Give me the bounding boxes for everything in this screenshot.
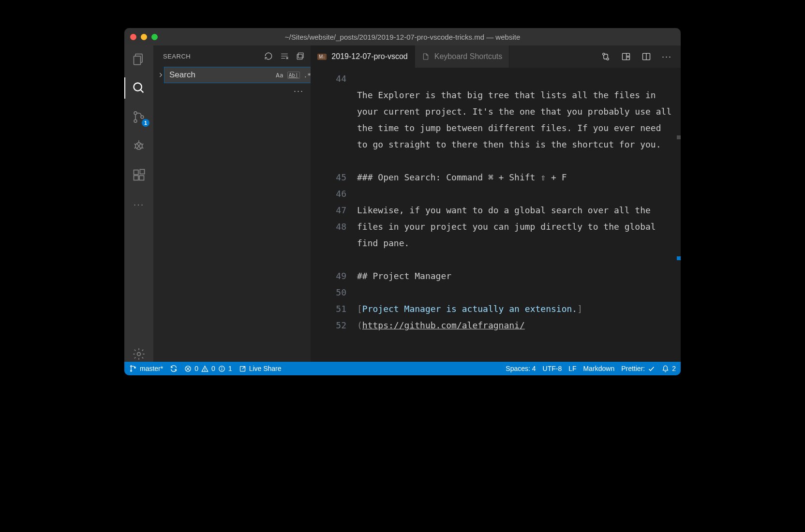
git-branch-status[interactable]: master*	[129, 365, 163, 372]
sync-status[interactable]	[170, 365, 178, 372]
svg-point-31	[627, 56, 628, 57]
text-editor[interactable]: 44 45 46 47 48 49 50 51 52 The Explorer …	[311, 68, 681, 362]
encoding-status[interactable]: UTF-8	[543, 365, 562, 372]
eol-status[interactable]: LF	[568, 365, 576, 372]
new-editor-icon[interactable]	[296, 52, 305, 60]
line-number: 46	[311, 186, 346, 202]
minimap-scrollbar[interactable]	[674, 68, 681, 362]
compare-changes-icon[interactable]	[601, 52, 611, 61]
tab-label: 2019-12-07-pro-vscod	[331, 52, 407, 61]
source-control-icon[interactable]: 1	[131, 109, 147, 125]
svg-point-35	[131, 370, 132, 371]
refresh-icon[interactable]	[264, 52, 273, 60]
maximize-window-button[interactable]	[151, 34, 158, 40]
line-number: 45	[311, 169, 346, 186]
svg-point-6	[141, 116, 144, 118]
line-number: 48	[311, 219, 346, 235]
more-actions-icon[interactable]: ···	[662, 52, 672, 62]
minimize-window-button[interactable]	[141, 34, 147, 40]
sidebar-title: SEARCH	[163, 53, 257, 60]
clear-icon[interactable]	[280, 52, 289, 60]
close-window-button[interactable]	[130, 34, 136, 40]
svg-point-19	[137, 353, 141, 356]
svg-rect-25	[298, 53, 304, 58]
prettier-status[interactable]: Prettier:	[621, 365, 655, 372]
code-line: The Explorer is that big tree that lists…	[357, 90, 677, 149]
svg-point-34	[131, 366, 132, 367]
svg-rect-26	[297, 54, 302, 59]
tab-bar: M↓ 2019-12-07-pro-vscod Keyboard Shortcu…	[311, 45, 681, 68]
svg-point-28	[607, 58, 609, 60]
svg-rect-17	[139, 176, 144, 180]
svg-point-44	[222, 367, 222, 368]
code-line: ## Project Manager	[357, 271, 451, 281]
match-word-icon[interactable]: Ab|	[287, 72, 300, 79]
svg-point-2	[134, 83, 142, 91]
language-mode-status[interactable]: Markdown	[583, 365, 615, 372]
search-icon[interactable]	[131, 80, 147, 96]
line-number: 51	[311, 301, 346, 317]
debug-icon[interactable]	[131, 138, 147, 154]
live-share-status[interactable]: Live Share	[239, 365, 282, 372]
notifications-status[interactable]: 2	[662, 365, 676, 372]
code-line: Likewise, if you want to do a global sea…	[357, 205, 661, 248]
tab-label: Keyboard Shortcuts	[434, 52, 503, 61]
code-line: [Project Manager is actually an extensio…	[357, 304, 582, 330]
file-icon	[422, 53, 430, 60]
line-number: 44	[311, 71, 346, 87]
markdown-file-icon: M↓	[317, 54, 327, 60]
search-sidebar: SEARCH	[153, 45, 311, 362]
window-controls	[130, 34, 158, 40]
line-number: 49	[311, 268, 346, 284]
window-title: ~/Sites/website/_posts/2019/2019-12-07-p…	[124, 33, 681, 41]
line-gutter: 44 45 46 47 48 49 50 51 52	[311, 68, 354, 362]
toggle-search-details-icon[interactable]: ···	[153, 83, 311, 96]
svg-point-27	[603, 53, 605, 55]
tab-keyboard-shortcuts[interactable]: Keyboard Shortcuts	[415, 45, 510, 68]
problems-status[interactable]: 0 0 1	[184, 365, 232, 372]
svg-point-4	[134, 112, 137, 115]
extensions-icon[interactable]	[131, 167, 147, 183]
svg-rect-15	[134, 170, 138, 175]
svg-point-41	[205, 370, 205, 370]
open-preview-icon[interactable]	[621, 52, 631, 61]
chevron-right-icon[interactable]	[157, 72, 164, 78]
svg-rect-16	[134, 176, 138, 180]
svg-rect-18	[140, 169, 144, 174]
svg-line-3	[141, 90, 144, 93]
search-input[interactable]	[169, 70, 272, 80]
indentation-status[interactable]: Spaces: 4	[506, 365, 536, 372]
editor-actions: ···	[592, 45, 681, 68]
match-case-icon[interactable]: Aa	[276, 72, 283, 79]
search-input-box: Aa Ab| .*	[164, 67, 314, 83]
regex-icon[interactable]: .*	[304, 72, 312, 79]
line-number: 47	[311, 202, 346, 219]
activity-bar: 1 ···	[124, 45, 153, 362]
settings-gear-icon[interactable]	[131, 346, 147, 362]
vscode-window: ~/Sites/website/_posts/2019/2019-12-07-p…	[124, 28, 681, 375]
explorer-icon[interactable]	[131, 51, 147, 67]
status-bar: master* 0 0 1 Live Share Spaces: 4 UTF-8…	[124, 362, 681, 375]
svg-line-46	[242, 366, 245, 369]
split-editor-icon[interactable]	[641, 52, 651, 61]
svg-point-5	[134, 119, 137, 122]
code-content[interactable]: The Explorer is that big tree that lists…	[354, 68, 681, 362]
titlebar: ~/Sites/website/_posts/2019/2019-12-07-p…	[124, 28, 681, 45]
code-line: ### Open Search: Command ⌘ + Shift ⇧ + F	[357, 172, 566, 182]
line-number: 52	[311, 317, 346, 334]
editor-group: M↓ 2019-12-07-pro-vscod Keyboard Shortcu…	[311, 45, 681, 362]
line-number: 50	[311, 284, 346, 301]
svg-rect-1	[134, 56, 141, 65]
tab-markdown-file[interactable]: M↓ 2019-12-07-pro-vscod	[311, 45, 415, 68]
scm-badge: 1	[142, 119, 149, 127]
more-icon[interactable]: ···	[131, 196, 147, 212]
sidebar-header: SEARCH	[153, 45, 311, 67]
